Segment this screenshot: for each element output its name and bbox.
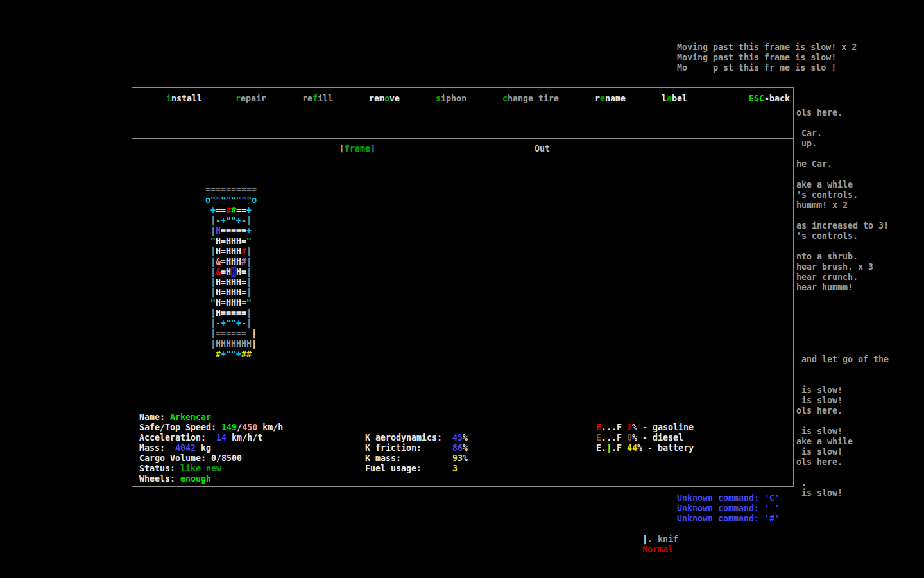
stat-wheels: Wheels: enough (139, 474, 211, 484)
message-line: is slow! (796, 396, 843, 406)
unknown-command-line: Unknown command: '#' (677, 514, 780, 524)
message-line: 's controls. (796, 190, 858, 200)
panel-header-part: [frame] (339, 144, 375, 154)
message-line: hear brush. x 3 (796, 262, 873, 272)
message-line: hear crunch. (796, 272, 858, 283)
menu-divider (132, 138, 794, 139)
message-line: up. (796, 139, 817, 149)
message-line: ols here. (796, 108, 843, 118)
gauge-diesel: E...F 0% - diesel (596, 433, 683, 443)
message-line: hear hummm! (796, 283, 853, 293)
stat-cargo: Cargo Volume: 0/8500 (139, 453, 242, 464)
vehicle-row-7[interactable]: |H=HHH#| (205, 247, 252, 257)
unknown-command-line: Unknown command: ' ' (677, 504, 780, 514)
move-mode: Normal (642, 545, 673, 555)
message-line: is slow! (796, 426, 843, 437)
message-line: is slow! (796, 447, 843, 457)
menu-item-repair[interactable]: repair (235, 94, 266, 104)
vehicle-row-13[interactable]: |H=====| (205, 308, 252, 319)
game-screen: installrepairrefillremovesiphonchange ti… (0, 0, 924, 578)
vehicle-row-3[interactable]: +==##==+ (205, 206, 252, 216)
message-line: nto a shrub. (796, 252, 858, 262)
panel-divider-left (332, 138, 332, 405)
menu-item-remove[interactable]: remove (369, 94, 400, 104)
menu-item-siphon[interactable]: siphon (436, 94, 466, 104)
message-line: is slow! (796, 385, 843, 396)
vehicle-row-14[interactable]: |-+""+-| (205, 319, 252, 329)
stat-fuel-usage: Fuel usage: 3 (365, 464, 458, 474)
message-line: is slow! (796, 488, 843, 498)
vehicle-row-5[interactable]: |H=====+ (205, 226, 252, 236)
stat-status: Status: like new (139, 464, 221, 474)
vehicle-row-9[interactable]: |&=HHH=| (205, 267, 252, 277)
message-line: ake a while (796, 437, 853, 447)
vehicle-row-8[interactable]: |&=HHH#| (205, 257, 252, 267)
vehicle-row-16[interactable]: |HHHHHHH| (205, 339, 257, 349)
panel-header-out: Out (535, 144, 550, 154)
gauge-gasoline: E...F 2% - gasoline (596, 423, 694, 433)
menu-item-label[interactable]: label (662, 94, 687, 104)
stat-speed: Safe/Top Speed: 149/450 km/h (139, 423, 283, 433)
stat-aerodynamics: K aerodynamics: 45% (365, 433, 468, 443)
panel-divider-right (563, 138, 563, 405)
message-line: Car. (796, 128, 822, 139)
message-line: 's controls. (796, 231, 858, 241)
stat-acceleration: Acceleration: 14 km/h/t (139, 433, 262, 443)
message-line: ake a while (796, 180, 853, 190)
stats-divider (132, 405, 794, 405)
stat-name: Name: Arkencar (139, 412, 211, 423)
message-line: hummm! x 2 (796, 200, 848, 211)
menu-item-refill[interactable]: refill (302, 94, 333, 104)
vehicle-row-17[interactable]: #+""+## (205, 349, 252, 360)
vehicle-row-4[interactable]: |-+""+-| (205, 216, 252, 226)
vehicle-row-6[interactable]: "H=HHH=" (205, 236, 252, 247)
message-line: and let go of the (796, 355, 889, 365)
stat-mass: Mass: 4042 kg (139, 443, 211, 453)
message-line: as increased to 3! (796, 221, 889, 231)
stat-friction: K friction: 86% (365, 443, 468, 453)
vehicle-row-1[interactable]: ========== (205, 185, 257, 195)
menu-item-esc-back[interactable]: ESC-back (749, 94, 790, 104)
stat-kmass: K mass: 93% (365, 453, 468, 464)
vehicle-row-2[interactable]: o""""""""o (205, 195, 257, 206)
wielded-item: |. knif (642, 534, 678, 545)
vehicle-row-10[interactable]: |H=HHH=| (205, 277, 252, 288)
menu-item-install[interactable]: install (166, 94, 202, 104)
menu-item-rename[interactable]: rename (595, 94, 626, 104)
message-line: Moving past this frame is slow! x 2 (677, 42, 857, 53)
gauge-battery: E.|.F 44% - battery (596, 443, 694, 453)
menu-item-change-tire[interactable]: change tire (502, 94, 559, 104)
message-line: ols here. (796, 457, 843, 468)
message-line: ols here. (796, 406, 843, 416)
vehicle-row-15[interactable]: |====== | (205, 329, 257, 339)
unknown-command-line: Unknown command: 'C' (677, 493, 780, 504)
vehicle-row-12[interactable]: "H=HHH=" (205, 298, 252, 308)
message-line: Mo p st this fr me is slo ! (677, 63, 836, 73)
vehicle-row-11[interactable]: |H=HHH=| (205, 288, 252, 298)
message-line: he Car. (796, 159, 832, 170)
message-line: Moving past this frame is slow! (677, 53, 836, 63)
message-line: . (796, 478, 807, 488)
